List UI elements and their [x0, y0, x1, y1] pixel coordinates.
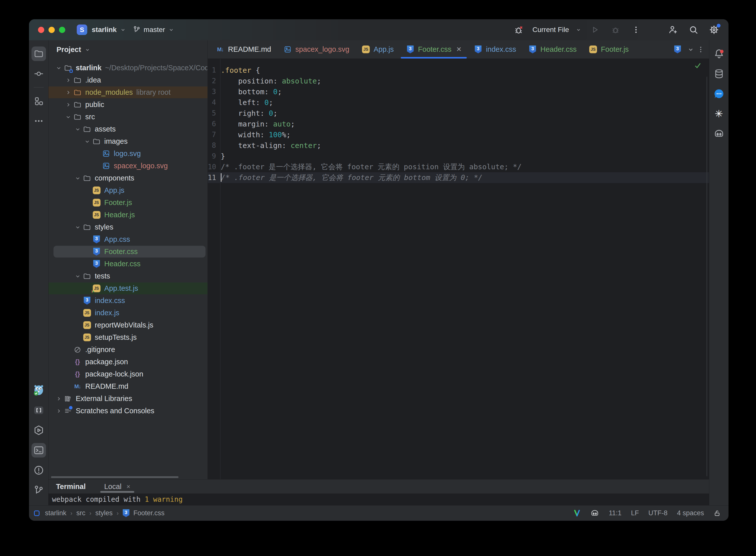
code-line-9[interactable]: 9}	[208, 151, 709, 162]
tree-item-src[interactable]: src	[48, 111, 207, 123]
chevron-closed-icon[interactable]	[64, 102, 73, 108]
settings-gear-icon[interactable]	[707, 23, 721, 37]
v-plugin-icon[interactable]	[573, 510, 581, 517]
code-line-4[interactable]: 4 left: 0;	[208, 97, 709, 108]
terminal-output[interactable]: webpack compiled with 1 warning	[48, 493, 709, 505]
tab-list-chevron-icon[interactable]	[687, 46, 694, 53]
tree-item-node_modules[interactable]: node_moduleslibrary root	[48, 86, 207, 99]
tree-item-App.css[interactable]: 3App.css	[48, 233, 207, 245]
brackets-icon[interactable]	[32, 403, 46, 417]
breadcrumb-src[interactable]: src	[76, 509, 85, 517]
chevron-down-icon[interactable]	[168, 27, 174, 33]
commit-icon[interactable]	[32, 67, 46, 81]
tree-item-starlink[interactable]: starlink~/Desktop/Projects/SpaceX/Code/	[48, 62, 207, 74]
tree-item-logo.svg[interactable]: logo.svg	[48, 147, 207, 160]
copilot-icon[interactable]	[712, 127, 726, 141]
code-line-6[interactable]: 6 margin: auto;	[208, 118, 709, 129]
gopher-icon[interactable]	[32, 383, 46, 397]
tab-Header.css[interactable]: 3Header.css	[522, 40, 583, 59]
tree-item-App.js[interactable]: JSApp.js	[48, 184, 207, 197]
code-line-1[interactable]: 1.footer {	[208, 65, 709, 75]
project-folder-icon[interactable]	[32, 46, 46, 61]
chevron-down-icon[interactable]	[120, 27, 126, 33]
tree-item-External Libraries[interactable]: External Libraries	[48, 392, 207, 405]
tree-item-package.json[interactable]: {}package.json	[48, 356, 207, 368]
kebab-menu-icon[interactable]	[629, 23, 643, 37]
chevron-open-icon[interactable]	[73, 126, 82, 133]
minimize-window-button[interactable]	[48, 27, 55, 33]
branch-name[interactable]: master	[144, 26, 165, 34]
add-user-icon[interactable]	[666, 23, 680, 37]
project-panel-title[interactable]: Project	[57, 45, 81, 54]
tree-item-images[interactable]: images	[48, 135, 207, 147]
chevron-open-icon[interactable]	[73, 273, 82, 279]
git-branch-icon[interactable]	[32, 483, 46, 497]
close-window-button[interactable]	[38, 27, 44, 33]
tab-App.js[interactable]: JSApp.js	[355, 40, 400, 59]
tree-item-styles[interactable]: styles	[48, 221, 207, 233]
line-ending[interactable]: LF	[631, 509, 639, 517]
search-icon[interactable]	[687, 23, 700, 37]
chevron-down-icon[interactable]	[576, 27, 582, 33]
unlock-icon[interactable]	[714, 510, 721, 517]
run-play-icon[interactable]	[588, 23, 602, 37]
tree-item-setupTests.js[interactable]: JSsetupTests.js	[48, 331, 207, 344]
tree-item-Header.js[interactable]: JSHeader.js	[48, 209, 207, 221]
chevron-open-icon[interactable]	[64, 114, 73, 120]
hidden-tab-icon[interactable]: 3	[669, 40, 686, 59]
tree-item-assets[interactable]: assets	[48, 123, 207, 135]
project-name[interactable]: starlink	[92, 26, 117, 34]
chevron-closed-icon[interactable]	[64, 77, 73, 83]
tree-item-App.test.js[interactable]: JSApp.test.js	[48, 282, 207, 294]
tree-item-package-lock.json[interactable]: {}package-lock.json	[48, 368, 207, 380]
tree-item-.gitignore[interactable]: .gitignore	[48, 344, 207, 356]
chevron-open-icon[interactable]	[73, 175, 82, 181]
tree-item-Scratches and Consoles[interactable]: Scratches and Consoles	[48, 405, 207, 417]
code-line-3[interactable]: 3 bottom: 0;	[208, 86, 709, 97]
tree-item-index.css[interactable]: 3index.css	[48, 294, 207, 307]
close-tab-icon[interactable]: ✕	[456, 45, 462, 53]
editor-options-kebab-icon[interactable]	[697, 46, 705, 53]
debug-bug-icon[interactable]	[609, 23, 622, 37]
maximize-window-button[interactable]	[59, 27, 65, 33]
tree-item-index.js[interactable]: JSindex.js	[48, 307, 207, 319]
services-icon[interactable]	[32, 423, 46, 438]
bug-disconnect-icon[interactable]	[512, 23, 526, 37]
horizontal-scrollbar[interactable]	[51, 476, 178, 478]
indent-setting[interactable]: 4 spaces	[677, 509, 704, 517]
code-line-8[interactable]: 8 text-align: center;	[208, 140, 709, 151]
code-line-11[interactable]: 11/* .footer 是一个选择器, 它会将 footer 元素的 bott…	[208, 172, 709, 183]
code-editor[interactable]: 1.footer {2 position: absolute;3 bottom:…	[208, 59, 709, 479]
breadcrumb-file[interactable]: Footer.css	[134, 509, 165, 517]
editor-scrollbar[interactable]	[707, 77, 707, 476]
tree-item-tests[interactable]: tests	[48, 270, 207, 282]
inspections-ok-icon[interactable]	[693, 61, 702, 70]
copilot-icon[interactable]	[590, 509, 599, 518]
tab-spacex_logo.svg[interactable]: spacex_logo.svg	[277, 40, 355, 59]
tree-item-Header.css[interactable]: 3Header.css	[48, 258, 207, 270]
code-line-5[interactable]: 5 right: 0;	[208, 108, 709, 118]
terminal-panel-title[interactable]: Terminal	[56, 483, 86, 491]
file-encoding[interactable]: UTF-8	[648, 509, 667, 517]
close-terminal-tab-icon[interactable]: ×	[127, 483, 130, 490]
tree-item-Footer.css[interactable]: 3Footer.css	[48, 245, 207, 258]
code-line-10[interactable]: 10/* .footer 是一个选择器, 它会将 footer 元素的 posi…	[208, 162, 709, 172]
breadcrumb-starlink[interactable]: starlink	[45, 509, 67, 517]
tree-item-reportWebVitals.js[interactable]: JSreportWebVitals.js	[48, 319, 207, 331]
breadcrumb-styles[interactable]: styles	[96, 509, 113, 517]
run-configuration-select[interactable]: Current File	[532, 26, 569, 34]
code-line-7[interactable]: 7 width: 100%;	[208, 129, 709, 140]
chevron-closed-icon[interactable]	[64, 89, 73, 96]
tab-Footer.css[interactable]: 3Footer.css✕	[400, 40, 468, 59]
problems-icon[interactable]	[32, 463, 46, 478]
caret-position[interactable]: 11:1	[609, 509, 621, 517]
chevron-open-icon[interactable]	[82, 138, 92, 145]
code-line-2[interactable]: 2 position: absolute;	[208, 75, 709, 86]
database-icon[interactable]	[712, 67, 726, 81]
tab-index.css[interactable]: 3index.css	[468, 40, 522, 59]
structure-icon[interactable]	[32, 94, 46, 108]
tree-item-components[interactable]: components	[48, 172, 207, 184]
chevron-down-icon[interactable]	[84, 47, 91, 53]
chevron-open-icon[interactable]	[73, 224, 82, 231]
tab-README.md[interactable]: M↓README.md	[210, 40, 277, 59]
